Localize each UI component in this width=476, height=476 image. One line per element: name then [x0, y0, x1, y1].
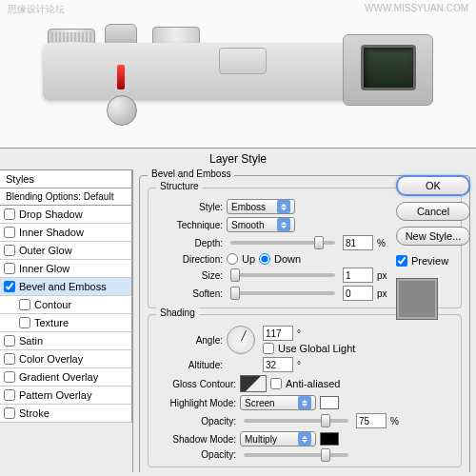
style-label: Contour — [34, 299, 71, 310]
style-item-pattern-overlay[interactable]: Pattern Overlay — [0, 387, 132, 405]
angle-input[interactable] — [263, 326, 293, 341]
style-checkbox[interactable] — [4, 263, 15, 274]
direction-down-radio[interactable] — [259, 253, 270, 265]
dropdown-arrow-icon — [277, 218, 290, 231]
style-select[interactable]: Emboss — [227, 199, 295, 214]
shadow-color-swatch[interactable] — [320, 432, 339, 446]
dialog-buttons: OK Cancel New Style... Preview — [396, 175, 470, 320]
hi-opacity-slider[interactable] — [244, 419, 348, 423]
camera-viewfinder — [343, 34, 433, 106]
shading-title: Shading — [156, 307, 199, 318]
hi-opacity-label: Opacity: — [156, 416, 236, 426]
preview-swatch — [396, 278, 438, 320]
cancel-button[interactable]: Cancel — [396, 202, 470, 221]
highlight-color-swatch[interactable] — [320, 396, 339, 409]
bevel-emboss-panel: Bevel and Emboss Structure Style: Emboss… — [133, 169, 476, 472]
hi-opacity-input[interactable] — [356, 413, 387, 428]
style-checkbox[interactable] — [4, 353, 15, 365]
shadow-mode-select[interactable]: Multiply — [240, 431, 316, 446]
style-item-texture[interactable]: Texture — [0, 314, 132, 332]
style-checkbox[interactable] — [4, 371, 15, 383]
technique-select[interactable]: Smooth — [227, 217, 295, 232]
sh-opacity-slider[interactable] — [244, 453, 348, 457]
soften-input[interactable] — [343, 286, 373, 301]
style-item-satin[interactable]: Satin — [0, 332, 132, 350]
style-item-stroke[interactable]: Stroke — [0, 405, 132, 423]
style-item-contour[interactable]: Contour — [0, 296, 132, 314]
style-checkbox[interactable] — [19, 299, 30, 310]
direction-label: Direction: — [156, 254, 223, 265]
soften-unit: px — [377, 288, 387, 299]
style-checkbox[interactable] — [4, 389, 15, 401]
altitude-label: Altitude: — [156, 360, 223, 370]
style-label: Inner Shadow — [19, 227, 84, 238]
bevel-group-title: Bevel and Emboss — [148, 169, 234, 179]
style-checkbox[interactable] — [19, 317, 30, 328]
global-light-checkbox[interactable] — [263, 343, 274, 354]
depth-input[interactable] — [343, 235, 373, 250]
angle-unit: ° — [297, 328, 301, 339]
style-item-outer-glow[interactable]: Outer Glow — [0, 242, 132, 260]
styles-header[interactable]: Styles — [0, 169, 132, 188]
preview-checkbox[interactable] — [396, 255, 407, 267]
style-checkbox[interactable] — [4, 407, 15, 419]
new-style-button[interactable]: New Style... — [396, 227, 470, 246]
style-checkbox[interactable] — [4, 335, 15, 347]
style-item-inner-shadow[interactable]: Inner Shadow — [0, 224, 132, 242]
anti-aliased-checkbox[interactable] — [270, 378, 282, 389]
style-checkbox[interactable] — [4, 281, 15, 292]
camera-red-indicator — [117, 65, 125, 89]
watermark-left: 思缘设计论坛 — [8, 3, 65, 16]
style-label: Color Overlay — [19, 353, 83, 365]
soften-slider[interactable] — [230, 291, 335, 295]
altitude-input[interactable] — [263, 357, 293, 372]
depth-label: Depth: — [156, 238, 223, 248]
depth-unit: % — [377, 238, 386, 248]
style-item-gradient-overlay[interactable]: Gradient Overlay — [0, 368, 132, 387]
camera-hot-shoe — [219, 48, 267, 74]
highlight-mode-select[interactable]: Screen — [240, 395, 316, 410]
dropdown-arrow-icon — [298, 432, 311, 446]
camera-shutter — [105, 24, 137, 45]
angle-wheel[interactable] — [227, 326, 255, 354]
style-label: Outer Glow — [19, 245, 72, 256]
anti-aliased-label: Anti-aliased — [286, 378, 340, 389]
ok-button[interactable]: OK — [396, 175, 470, 196]
style-label: Texture — [34, 317, 69, 328]
style-item-drop-shadow[interactable]: Drop Shadow — [0, 206, 132, 224]
down-label: Down — [274, 253, 301, 265]
dropdown-arrow-icon — [298, 396, 311, 409]
gloss-label: Gloss Contour: — [156, 379, 236, 389]
style-item-bevel-and-emboss[interactable]: Bevel and Emboss — [0, 278, 132, 296]
shadow-label: Shadow Mode: — [156, 434, 236, 445]
size-label: Size: — [156, 270, 223, 281]
structure-title: Structure — [156, 181, 203, 191]
style-label: Style: — [156, 202, 223, 212]
camera-illustration — [0, 0, 476, 148]
styles-panel: Styles Blending Options: Default Drop Sh… — [0, 169, 133, 472]
style-label: Drop Shadow — [19, 208, 83, 220]
style-label: Bevel and Emboss — [19, 281, 107, 292]
style-item-inner-glow[interactable]: Inner Glow — [0, 260, 132, 278]
technique-label: Technique: — [156, 220, 223, 230]
gloss-contour-swatch[interactable] — [240, 375, 267, 392]
dropdown-arrow-icon — [277, 200, 290, 213]
altitude-unit: ° — [297, 360, 301, 370]
dialog-title: Layer Style — [0, 149, 476, 169]
direction-up-radio[interactable] — [227, 253, 238, 265]
depth-slider[interactable] — [230, 241, 335, 245]
camera-knob — [107, 95, 137, 126]
size-input[interactable] — [343, 268, 373, 283]
up-label: Up — [242, 253, 255, 265]
angle-label: Angle: — [156, 335, 223, 346]
style-label: Pattern Overlay — [19, 389, 91, 401]
soften-label: Soften: — [156, 288, 223, 299]
global-light-label: Use Global Light — [278, 343, 355, 354]
size-slider[interactable] — [230, 273, 335, 277]
style-checkbox[interactable] — [4, 208, 15, 220]
blending-options[interactable]: Blending Options: Default — [0, 188, 132, 206]
style-label: Stroke — [19, 407, 50, 419]
style-checkbox[interactable] — [4, 227, 15, 238]
style-item-color-overlay[interactable]: Color Overlay — [0, 350, 132, 368]
style-checkbox[interactable] — [4, 245, 15, 256]
